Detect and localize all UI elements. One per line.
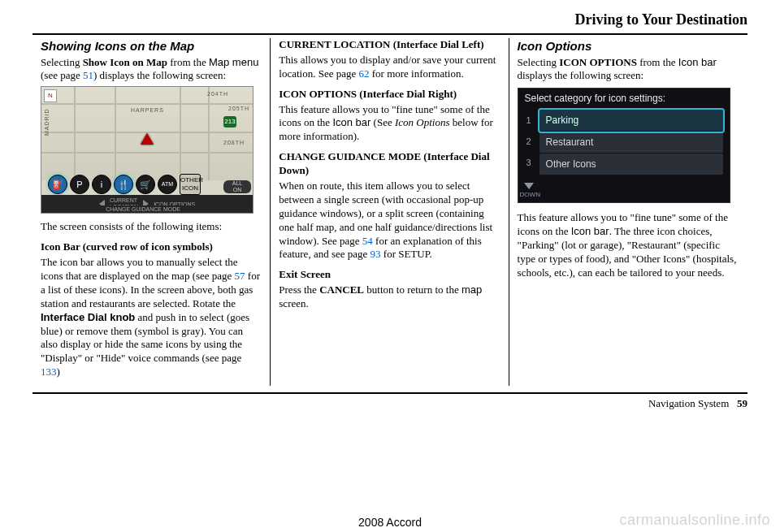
text-sans: Icon bar	[571, 225, 609, 237]
text: Press the	[279, 283, 319, 296]
street-label: 208TH	[223, 139, 245, 146]
change-guidance-body: When on route, this item allows you to s…	[279, 179, 500, 262]
text-bold: Show Icon on Map	[83, 56, 167, 68]
page-number: 59	[737, 397, 748, 409]
section-heading-showing-icons: Showing Icons on the Map	[41, 38, 262, 54]
text-sans: Map menu	[209, 56, 258, 68]
text: The icon bar allows you to manually sele…	[41, 256, 238, 282]
gas-icon[interactable]: ⛽	[48, 175, 67, 194]
page-link-62[interactable]: 62	[358, 67, 369, 80]
current-location-body: This allows you to display and/or save y…	[279, 54, 500, 81]
list-item-restaurant[interactable]: Restaurant	[540, 132, 723, 154]
text-sans: Icon bar	[332, 116, 370, 128]
page-link-93[interactable]: 93	[370, 248, 381, 260]
street-label: 205TH	[228, 105, 249, 112]
text: (see page	[41, 69, 83, 81]
text-bold: CANCEL	[319, 283, 364, 296]
text: from the	[637, 56, 678, 68]
row-number: 3	[522, 152, 536, 173]
parking-icon[interactable]: P	[70, 175, 89, 194]
text: for more information.	[369, 67, 463, 80]
section-heading-icon-options: Icon Options	[518, 38, 739, 54]
all-on-button[interactable]: ALL ON	[223, 180, 251, 193]
route-shield-icon: 213	[223, 116, 236, 128]
change-guidance-subheading: CHANGE GUIDANCE MODE (Interface Dial Dow…	[279, 150, 500, 178]
col3-intro: Selecting ICON OPTIONS from the Icon bar…	[518, 56, 739, 84]
atm-icon[interactable]: ATM	[158, 175, 177, 194]
model-year-caption: 2008 Accord	[358, 516, 422, 529]
icon-bar: ⛽ P i 🍴 🛒 ATM OTHER ICON	[48, 174, 220, 195]
text-italic: Icon Options	[395, 116, 450, 128]
text-bold: Interface Dial knob	[41, 311, 135, 323]
exit-screen-subheading: Exit Screen	[279, 268, 500, 282]
guidance-mode-row: CHANGE GUIDANCE MODE	[41, 205, 253, 214]
row-number: 2	[522, 131, 536, 152]
street-label: MADRID	[43, 109, 50, 136]
text: Selecting	[518, 56, 560, 68]
chevron-down-icon	[524, 183, 534, 189]
text: ) displays the following screen:	[93, 69, 226, 81]
text: )	[57, 365, 60, 378]
list-item-other-icons[interactable]: Other Icons	[540, 154, 723, 175]
row-number: 1	[522, 110, 536, 131]
map-icon-screen: N 204TH 205TH 208TH HARPERS MADRID 213	[41, 86, 254, 214]
col1-intro: Selecting Show Icon on Map from the Map …	[41, 56, 262, 84]
column-3: Icon Options Selecting ICON OPTIONS from…	[509, 38, 748, 386]
page-link-54[interactable]: 54	[362, 235, 373, 247]
shopping-icon[interactable]: 🛒	[136, 175, 155, 194]
icon-bar-body: The icon bar allows you to manually sele…	[41, 256, 262, 379]
change-guidance-label[interactable]: CHANGE GUIDANCE MODE	[106, 206, 180, 212]
chapter-title: Driving to Your Destination	[32, 11, 748, 28]
icon-options-screen: Select category for icon settings: 1 2 3…	[518, 88, 730, 203]
text: for SETUP.	[381, 248, 432, 260]
text: displays the following screen:	[518, 69, 644, 81]
icon-bar-subheading: Icon Bar (curved row of icon symbols)	[41, 240, 262, 254]
north-icon: N	[44, 89, 57, 102]
page-footer: Navigation System 59	[32, 392, 748, 410]
page-link-51[interactable]: 51	[83, 69, 93, 81]
column-2: CURRENT LOCATION (Interface Dial Left) T…	[271, 38, 509, 386]
street-label: HARPERS	[131, 106, 164, 114]
text: from the	[167, 56, 209, 68]
page-link-57[interactable]: 57	[235, 270, 245, 282]
text: Selecting	[41, 56, 83, 68]
icon-options-subheading: ICON OPTIONS (Interface Dial Right)	[279, 88, 500, 102]
category-list: Parking Restaurant Other Icons	[540, 110, 723, 175]
text-bold: ICON OPTIONS	[559, 56, 637, 68]
top-rule	[32, 33, 748, 35]
text: (See	[370, 116, 395, 128]
text: button to return to the	[364, 283, 462, 296]
col3-after: This feature allows you to "fine tune" s…	[518, 211, 739, 279]
column-1: Showing Icons on the Map Selecting Show …	[32, 38, 271, 386]
icon-options-body: This feature allows you to "fine tune" s…	[279, 103, 500, 145]
watermark: carmanualsonline.info	[619, 512, 770, 529]
page-link-133[interactable]: 133	[41, 365, 57, 378]
vehicle-cursor-icon	[141, 133, 154, 145]
street-label: 204TH	[207, 90, 228, 97]
text-sans: Icon bar	[678, 56, 717, 68]
text: screen.	[279, 297, 308, 309]
info-icon[interactable]: i	[92, 175, 111, 194]
restaurant-icon[interactable]: 🍴	[114, 175, 133, 194]
down-indicator[interactable]: DOWN	[520, 183, 538, 199]
down-label: DOWN	[520, 191, 540, 198]
current-location-subheading: CURRENT LOCATION (Interface Dial Left)	[279, 38, 500, 52]
screen2-prompt: Select category for icon settings:	[518, 89, 730, 107]
other-icon-button[interactable]: OTHER ICON	[180, 174, 201, 195]
text-sans: map	[462, 283, 482, 296]
footer-label: Navigation System	[648, 397, 729, 409]
exit-screen-body: Press the CANCEL button to return to the…	[279, 283, 500, 311]
number-column: 1 2 3	[522, 110, 536, 173]
list-item-parking[interactable]: Parking	[540, 110, 723, 132]
map-area: N 204TH 205TH 208TH HARPERS MADRID 213	[41, 87, 253, 180]
col1-after-screen: The screen consists of the following ite…	[41, 220, 262, 234]
